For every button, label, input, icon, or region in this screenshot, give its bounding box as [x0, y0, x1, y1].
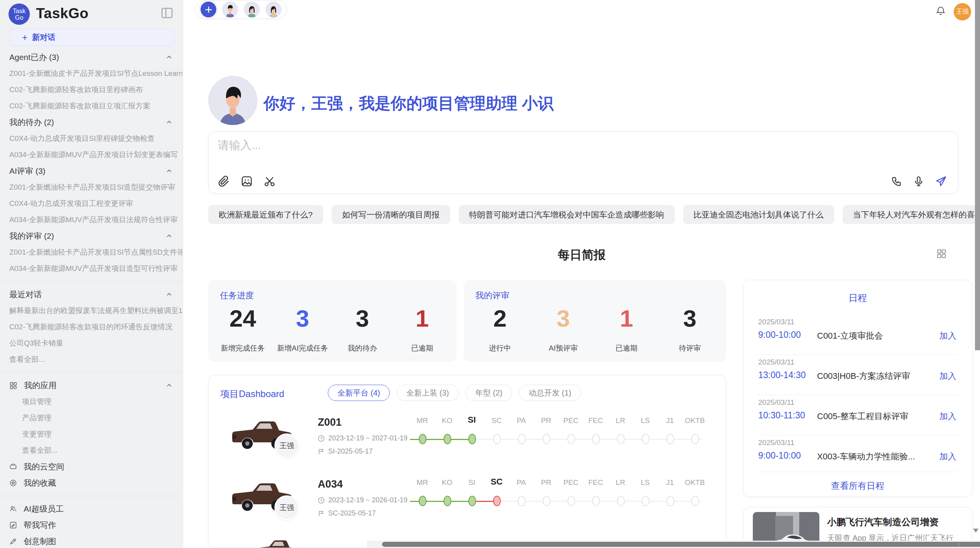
attachment-icon[interactable]: [218, 175, 230, 187]
task-item[interactable]: A034-全新新能源MUV产品开发项目计划变更表编写: [0, 147, 182, 163]
stat-value: 1: [620, 304, 633, 333]
suggestion-chip[interactable]: 特朗普可能对进口汽车增税会对中国车企造成哪些影响: [459, 205, 675, 224]
task-item[interactable]: A034-全新新能源MUV产品开发项目法规符合性评审: [0, 212, 182, 228]
scroll-down-arrow[interactable]: [973, 529, 978, 533]
chevron-up-icon: [166, 291, 172, 298]
view-all-schedule-link[interactable]: 查看所有日程: [744, 480, 972, 492]
recent-chat-item[interactable]: 解释最新出台的欧盟报废车法规再生塑料比例被调至15%...: [0, 303, 182, 319]
app-item-product-mgmt[interactable]: 产品管理: [0, 410, 182, 426]
plus-icon: [204, 5, 213, 14]
sidebar: Task Go TaskGo + 新对话 Agent已办 (3) Z001-全新…: [0, 0, 183, 548]
sidebar-list: Agent已办 (3) Z001-全新燃油皮卡产品开发项目SI节点Lesson …: [0, 49, 182, 548]
suggestion-chip[interactable]: 比亚迪全固态电池计划具体说了什么: [683, 205, 834, 224]
recent-chat-item[interactable]: 公司Q3轻卡销量: [0, 335, 182, 351]
microphone-icon[interactable]: [913, 176, 924, 187]
join-link[interactable]: 加入: [939, 370, 956, 382]
sidebar-item-ai-super-staff[interactable]: AI超级员工: [0, 501, 182, 517]
schedule-card: 日程 2025/03/11 9:00-10:00 C001-立项审批会 加入 2…: [743, 280, 972, 497]
main-area: 王强 你好，王强，我是你的项目管理助理 小识: [183, 0, 980, 548]
horizontal-scrollbar[interactable]: [367, 541, 980, 548]
section-my-todo[interactable]: 我的待办 (2): [0, 114, 182, 130]
task-item[interactable]: C0X4-动力总成开发项目SI里程碑提交物检查: [0, 130, 182, 147]
entry-time: 9:00-10:00: [758, 450, 801, 461]
clock-icon: [318, 497, 325, 504]
composer-left-icons: [218, 175, 276, 187]
tab-model-year[interactable]: 年型 (2): [466, 385, 512, 401]
dashboard-tabs: 全新平台 (4) 全新上装 (3) 年型 (2) 动总开发 (1): [328, 385, 581, 401]
notification-bell-icon[interactable]: [935, 6, 946, 16]
user-avatar[interactable]: 王强: [954, 3, 971, 21]
task-item[interactable]: C02-飞腾新能源轻客改款项目里程碑画布: [0, 82, 182, 98]
stat-label: 进行中: [489, 343, 511, 353]
scroll-right-arrow[interactable]: [958, 542, 961, 547]
sidebar-item-creative-drawing[interactable]: 创意制图: [0, 533, 182, 548]
join-link[interactable]: 加入: [939, 451, 956, 462]
project-date-range: 2023-12-19 ~ 2027-01-19: [318, 434, 408, 442]
new-chat-button[interactable]: + 新对话: [9, 29, 174, 46]
stat-value: 3: [356, 304, 369, 333]
suggestion-chip[interactable]: 欧洲新规最近颁布了什么?: [208, 205, 323, 224]
milestone-dots: [410, 433, 707, 445]
sidebar-item-favorites[interactable]: 我的收藏: [0, 475, 182, 491]
sidebar-item-help-me-write[interactable]: 帮我写作: [0, 517, 182, 533]
daily-brief-title: 每日简报: [183, 247, 980, 263]
apps-view-all[interactable]: 查看全部...: [0, 442, 182, 459]
divider: [0, 372, 182, 373]
session-avatar[interactable]: [222, 2, 238, 17]
entry-time: 9:00-10:00: [758, 330, 801, 340]
apps-grid-icon: [9, 382, 17, 390]
assistant-avatar: [208, 76, 257, 125]
recent-chats-view-all[interactable]: 查看全部...: [0, 351, 182, 368]
voice-call-icon[interactable]: [891, 176, 902, 187]
horizontal-scrollbar-thumb[interactable]: [382, 542, 980, 547]
section-recent-chats[interactable]: 最近对话: [0, 286, 182, 303]
project-owner-badge: 王强: [274, 495, 299, 520]
tab-new-platform[interactable]: 全新平台 (4): [328, 385, 390, 401]
section-ai-review[interactable]: AI评审 (3): [0, 163, 182, 179]
milestone-track: MR KO SI SC PA PR PEC FEC LR LS J1 OKTB: [410, 471, 716, 533]
sidebar-collapse-icon[interactable]: [161, 8, 173, 18]
tab-powertrain[interactable]: 动总开发 (1): [519, 385, 581, 401]
section-agent-done[interactable]: Agent已办 (3): [0, 49, 182, 65]
entry-title: C003|H0B-方案冻结评审: [817, 370, 910, 382]
scissors-icon[interactable]: [264, 175, 276, 187]
join-link[interactable]: 加入: [939, 330, 956, 342]
divider: [757, 472, 958, 472]
image-upload-icon[interactable]: [241, 175, 253, 187]
plus-icon: +: [22, 32, 27, 43]
recent-chat-item[interactable]: C02-飞腾新能源轻客改款项目的闭环通告反馈情况: [0, 319, 182, 335]
stat-label: 已逾期: [615, 343, 637, 353]
stat-value: 1: [416, 304, 429, 333]
task-item[interactable]: Z001-全新燃油皮卡产品开发项目SI节点Lesson Learn报告: [0, 65, 182, 82]
session-switcher: [195, 0, 287, 19]
card-title: 任务进度: [220, 290, 254, 301]
tab-new-body[interactable]: 全新上装 (3): [397, 385, 459, 401]
project-row[interactable]: 王强 A034 2023-12-19 ~ 2026-01-19 SC-2025-…: [209, 471, 726, 535]
vertical-scrollbar-thumb[interactable]: [975, 0, 980, 350]
join-link[interactable]: 加入: [939, 411, 956, 422]
divider: [0, 281, 182, 282]
current-milestone-label: SC: [484, 477, 509, 487]
task-item[interactable]: C0X4-动力总成开发项目工程变更评审: [0, 195, 182, 212]
dashboard-title: 项目Dashboard: [220, 388, 284, 400]
session-avatar[interactable]: [266, 2, 281, 17]
suggestion-chip[interactable]: 如何写一份清晰的项目周报: [332, 205, 450, 224]
project-row[interactable]: 王强 Z001 2023-12-19 ~ 2027-01-19 SI-2025-…: [209, 409, 726, 473]
suggestion-chip[interactable]: 当下年轻人对汽车外观有怎样的喜好趋势: [843, 205, 980, 224]
app-item-change-mgmt[interactable]: 变更管理: [0, 426, 182, 442]
stat-label: AI预评审: [549, 343, 578, 353]
sidebar-item-cloud-space[interactable]: 我的云空间: [0, 459, 182, 475]
composer-right-icons: [891, 175, 947, 187]
section-my-apps[interactable]: 我的应用: [0, 377, 182, 394]
task-item[interactable]: Z001-全新燃油轻卡产品开发项目SI节点属性5D文件评审: [0, 244, 182, 260]
task-item[interactable]: A034-全新新能源MUV产品开发项目造型可行性评审: [0, 260, 182, 277]
task-item[interactable]: Z001-全新燃油轻卡产品开发项目SI造型提交物评审: [0, 179, 182, 195]
send-icon[interactable]: [935, 175, 947, 187]
chat-input[interactable]: [218, 139, 566, 152]
session-avatar[interactable]: [244, 2, 260, 17]
task-item[interactable]: C02-飞腾新能源轻客改款项目立项汇报方案: [0, 98, 182, 114]
section-my-review[interactable]: 我的评审 (2): [0, 228, 182, 244]
app-item-project-mgmt[interactable]: 项目管理: [0, 394, 182, 410]
layout-grid-icon[interactable]: [936, 248, 947, 259]
new-session-button[interactable]: [200, 2, 216, 17]
